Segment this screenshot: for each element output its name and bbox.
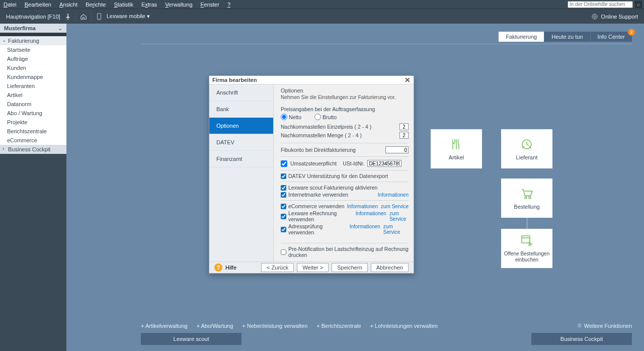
hauptnavigation-label[interactable]: Hauptnavigation [F10] xyxy=(6,14,60,20)
lexware-scout-button[interactable]: Lexware scout xyxy=(141,333,242,345)
svg-point-3 xyxy=(594,16,596,18)
menu-berichte[interactable]: Berichte xyxy=(84,1,107,8)
link-artikelverwaltung[interactable]: Artikelverwaltung xyxy=(141,323,188,329)
navtab-optionen[interactable]: Optionen xyxy=(209,118,273,134)
menu-datei[interactable]: Datei xyxy=(2,1,18,8)
fibu-input[interactable] xyxy=(385,146,409,153)
adr-checkbox[interactable] xyxy=(281,227,286,232)
link-berichtszentrale[interactable]: Berichtszentrale xyxy=(316,323,361,329)
erech-info-link[interactable]: Informationen xyxy=(356,211,386,222)
tab-heute-zu-tun[interactable]: Heute zu tun xyxy=(544,32,590,42)
search-icon[interactable]: ⌕ xyxy=(635,1,642,8)
company-selector[interactable]: Musterfirma ⌄ xyxy=(0,24,66,33)
link-nebenleistung[interactable]: Nebenleistung verwalten xyxy=(242,323,307,329)
nav-section-fakturierung[interactable]: Fakturierung xyxy=(0,36,66,45)
tile-lieferant[interactable]: Lieferant xyxy=(501,129,552,168)
adr-label: Adressprüfung verwenden xyxy=(288,223,348,235)
erech-label: Lexware eRechnung verwenden xyxy=(288,210,354,222)
adr-info-link[interactable]: Informationen xyxy=(350,224,380,235)
cancel-button[interactable]: Abbrechen xyxy=(371,263,409,272)
radio-brutto[interactable]: Brutto xyxy=(314,114,337,120)
nav-berichtszentrale[interactable]: Berichtszentrale xyxy=(0,127,66,136)
tile-bestellung[interactable]: Bestellung xyxy=(501,179,552,218)
nk1-input[interactable] xyxy=(399,123,409,130)
tile-bestellung-label: Bestellung xyxy=(514,204,539,210)
more-functions-link[interactable]: ⚙Weitere Funktionen xyxy=(577,322,632,329)
adr-service-link[interactable]: zum Service xyxy=(383,224,409,235)
tile-offene-bestellungen[interactable]: Offene Bestellungen einbuchen xyxy=(501,229,552,268)
quick-links: Artikelverwaltung Abo/Wartung Nebenleist… xyxy=(141,322,632,329)
navtab-anschrift[interactable]: Anschrift xyxy=(209,84,273,101)
help-button[interactable]: ? Hilfe xyxy=(214,264,236,272)
pane-subheading: Nehmen Sie die Einstellungen zur Fakturi… xyxy=(281,95,409,100)
home-icon[interactable] xyxy=(80,13,87,21)
content-divider xyxy=(141,44,632,44)
erech-service-link[interactable]: zum Service xyxy=(389,211,409,222)
nav-datanorm[interactable]: Datanorm xyxy=(0,100,66,109)
nav-kunden[interactable]: Kunden xyxy=(0,63,66,72)
menu-ansicht[interactable]: Ansicht xyxy=(58,1,79,8)
sidebar: Musterfirma ⌄ Fakturierung Startseite Au… xyxy=(0,24,66,351)
menu-extras[interactable]: Extras xyxy=(140,1,158,8)
tab-fakturierung[interactable]: Fakturierung xyxy=(499,32,544,42)
back-button[interactable]: < Zurück xyxy=(261,263,294,272)
close-icon[interactable]: ✕ xyxy=(405,76,411,84)
main-tabs: Fakturierung Heute zu tun Info Center2 xyxy=(499,32,632,42)
help-search-input[interactable] xyxy=(568,1,633,8)
imarke-info-link[interactable]: Informationen xyxy=(378,192,409,198)
company-name: Musterfirma xyxy=(4,25,36,31)
navtab-datev[interactable]: DATEV xyxy=(209,134,273,151)
link-lohnleistungen[interactable]: Lohnleistungen verwalten xyxy=(370,323,438,329)
lexware-mobile-dropdown[interactable]: Lexware mobile ▾ xyxy=(107,13,150,20)
ecom-service-link[interactable]: zum Service xyxy=(381,204,409,209)
business-cockpit-button[interactable]: Business Cockpit xyxy=(531,333,632,345)
menu-help[interactable]: ? xyxy=(226,1,232,8)
menu-verwaltung[interactable]: Verwaltung xyxy=(164,1,194,8)
nk2-input[interactable] xyxy=(399,132,409,139)
imarke-checkbox[interactable] xyxy=(281,192,286,198)
dialog-nav: Anschrift Bank Optionen DATEV Finanzamt xyxy=(209,84,274,261)
nav-startseite[interactable]: Startseite xyxy=(0,45,66,54)
ust-checkbox[interactable] xyxy=(281,160,287,167)
nav-abo-wartung[interactable]: Abo / Wartung xyxy=(0,109,66,118)
chevron-down-icon: ⌄ xyxy=(58,25,62,32)
radio-netto[interactable]: Netto xyxy=(281,114,301,120)
tile-lieferant-label: Lieferant xyxy=(516,154,538,160)
support-icon xyxy=(591,13,598,20)
options-pane: Optionen Nehmen Sie die Einstellungen zu… xyxy=(274,84,414,261)
ecom-info-link[interactable]: Informationen xyxy=(347,204,378,209)
erech-checkbox[interactable] xyxy=(281,214,286,219)
datev-checkbox[interactable] xyxy=(281,173,286,179)
help-icon: ? xyxy=(214,264,222,272)
divider xyxy=(75,12,76,21)
nav-section-business-cockpit[interactable]: Business Cockpit xyxy=(0,145,66,154)
tile-artikel[interactable]: Artikel xyxy=(431,129,482,168)
ecom-label: eCommerce verwenden xyxy=(288,203,344,209)
nav-auftraege[interactable]: Aufträge xyxy=(0,54,66,63)
nav-projekte[interactable]: Projekte xyxy=(0,118,66,127)
ust-label: Umsatzsteuerpflicht xyxy=(290,160,337,166)
navtab-finanzamt[interactable]: Finanzamt xyxy=(209,151,273,167)
scout-checkbox[interactable] xyxy=(281,185,286,191)
online-support-link[interactable]: Online Support xyxy=(601,14,638,20)
prenot-checkbox[interactable] xyxy=(281,249,286,255)
tab-info-center[interactable]: Info Center2 xyxy=(591,32,632,42)
nav-kundenmappe[interactable]: Kundenmappe xyxy=(0,72,66,81)
nav-artikel[interactable]: Artikel xyxy=(0,91,66,100)
nav-lieferanten[interactable]: Lieferanten xyxy=(0,81,66,91)
save-button[interactable]: Speichern xyxy=(332,263,368,272)
ecom-checkbox[interactable] xyxy=(281,204,286,209)
dialog-titlebar: Firma bearbeiten ✕ xyxy=(209,76,414,84)
cart-icon xyxy=(520,187,534,201)
navtab-bank[interactable]: Bank xyxy=(209,101,273,118)
pin-icon[interactable] xyxy=(64,13,71,21)
ustid-input[interactable] xyxy=(367,160,401,167)
next-button[interactable]: Weiter > xyxy=(297,263,329,272)
link-abo-wartung[interactable]: Abo/Wartung xyxy=(197,323,233,329)
nk2-label: Nachkommastellen Menge ( 2 - 4 ) xyxy=(281,132,396,138)
menu-fenster[interactable]: Fenster xyxy=(199,1,221,8)
menu-bearbeiten[interactable]: Bearbeiten xyxy=(23,1,53,8)
menu-statistik[interactable]: Statistik xyxy=(112,1,135,8)
nav-ecommerce[interactable]: eCommerce xyxy=(0,136,66,145)
prenot-label: Pre-Notification bei Lastschrifteinzug a… xyxy=(288,246,409,258)
